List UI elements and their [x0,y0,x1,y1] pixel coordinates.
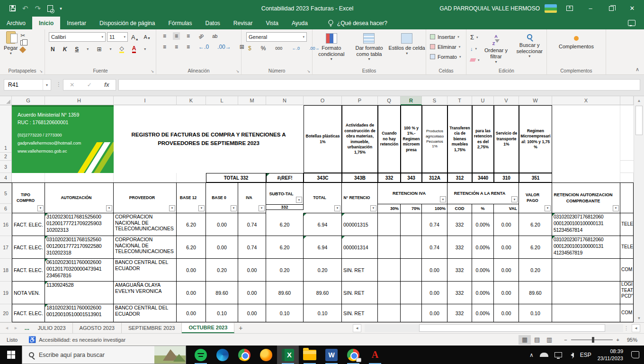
cell-num-retencion[interactable]: SIN. RET [342,282,378,304]
dialog-launcher-icon[interactable]: ↘ [39,69,43,73]
cell-base12[interactable]: 6.20 [177,213,206,236]
cell-val[interactable]: 0.00 [494,259,519,282]
cell-pct[interactable]: 0.00% [472,236,494,259]
cell-ret-autorizacion[interactable] [552,259,620,282]
header-30[interactable]: 30% [378,204,401,213]
cell-pct[interactable]: 0.00% [472,304,494,322]
cell-x4[interactable] [552,173,620,182]
cell-i4[interactable] [114,173,177,182]
save-icon[interactable] [9,5,16,11]
filter-icon[interactable]: ▼ [511,196,518,202]
cell-h4[interactable] [45,173,114,182]
cell-iva[interactable]: 0.74 [238,213,266,236]
horizontal-scrollbar[interactable] [365,324,623,332]
col-header-o[interactable]: O [304,96,342,105]
cat-header-construccion[interactable]: Actividades de construcción de obra mate… [342,105,378,173]
col-header-p[interactable]: P [342,96,378,105]
redo-icon[interactable]: ↷ [35,4,41,13]
header-pct[interactable]: % [472,204,494,213]
cell-total[interactable]: 0.20 [304,259,342,282]
cell-autorizacion[interactable]: 1130924528 [45,282,114,304]
format-painter-icon[interactable] [19,46,26,53]
cell-cod[interactable]: 332 [447,236,472,259]
filter-icon[interactable]: ▼ [296,197,302,203]
undo-icon[interactable]: ↶ [22,4,28,13]
dialog-launcher-icon[interactable]: ↘ [307,69,310,73]
fill-color-icon[interactable]: ◇ [117,45,125,53]
dialog-launcher-icon[interactable]: ↘ [151,69,154,73]
cell-s4[interactable]: 312A [422,173,447,182]
cell-val[interactable]: 0.00 [494,213,519,236]
align-right-icon[interactable]: ≡ [185,44,192,50]
cell-autorizacion[interactable]: 03102023011768152560 0012001777217092258… [45,236,114,259]
cell-tipo[interactable]: NOTA VEN. [12,282,45,304]
row-header-19[interactable]: 19 [0,282,12,304]
taskbar-search-input[interactable]: Escribe aquí para buscar [22,346,186,364]
prev-sheet-icon[interactable]: ◄ [5,326,9,330]
cell-pct[interactable]: 0.00% [472,282,494,304]
col-header-g[interactable]: G [12,96,45,105]
cell-base0[interactable]: 0.00 [206,236,238,259]
cell-ret-autorizacion[interactable] [552,304,620,322]
sheet-tab-octubre-active[interactable]: OCTUBRE 2023 [182,323,234,333]
col-header-u[interactable]: U [472,96,494,105]
cell-val[interactable]: 0.00 [494,304,519,322]
cell-w4[interactable]: 351 [519,173,552,182]
taskbar-spotify[interactable] [190,346,212,364]
cell-subtotal[interactable]: 6.20 [266,236,304,259]
customize-qat-icon[interactable]: ▾ [60,6,62,11]
header-valor-pago[interactable]: VALOR PAGO▼ [519,183,552,213]
cell-70[interactable] [401,282,422,304]
cat-header-microempresa[interactable]: 100 % y 1%.- Regimen microempresa [401,105,422,173]
cell-partial[interactable]: TELEF [620,236,634,259]
cell-cod[interactable]: 332 [447,304,472,322]
cell-70[interactable] [401,304,422,322]
header-partial[interactable] [620,183,634,213]
scroll-down-icon[interactable]: ▼ [634,314,644,322]
percent-style-icon[interactable]: % [259,45,268,52]
cell-q4[interactable]: 332 [378,173,401,182]
taskbar-excel-active[interactable]: X [277,346,299,364]
col-header-t[interactable]: T [447,96,472,105]
hscroll-left-icon[interactable]: ◄ [353,324,361,332]
align-top-icon[interactable]: ≡ [161,33,168,39]
cell-subtotal[interactable]: 0.10 [266,304,304,322]
new-sheet-icon[interactable]: + [234,323,247,333]
cell-100[interactable]: 0.74 [422,213,447,236]
horizontal-scroll-thumb[interactable] [419,324,605,332]
taskbar-word[interactable]: W [321,346,342,364]
cat-header-sin-retencion[interactable]: Cuando no hay retención [378,105,401,173]
cell-proveedor[interactable]: CORPORACION NACIONAL DE TELECOMUNICACION… [114,236,177,259]
cat-header-regimen-micro[interactable]: Regimen Microempresarial: 100% y 1,75 % [519,105,552,173]
accounting-format-icon[interactable]: $ [246,45,253,52]
filter-icon[interactable]: ▼ [259,205,265,211]
shrink-font-icon[interactable]: A▼ [142,34,152,40]
row-header-16[interactable]: 16 [0,213,12,236]
italic-icon[interactable]: K [61,46,69,53]
addins-button[interactable]: Complementos [559,36,594,50]
ribbon-display-options-icon[interactable] [562,1,578,16]
cell-num-retencion[interactable]: 000001314 [342,236,378,259]
cell-base12[interactable]: 0.00 [177,282,206,304]
minimize-button[interactable]: – [582,1,599,16]
vertical-scrollbar[interactable]: ▲ ▼ [634,96,644,322]
select-all-corner[interactable] [0,96,12,105]
speaker-icon[interactable] [568,353,574,357]
filter-icon[interactable]: ▼ [545,205,551,211]
cell-pct[interactable]: 0.00% [472,259,494,282]
tab-vista[interactable]: Vista [259,17,285,29]
onedrive-icon[interactable] [540,353,548,357]
cell-iva[interactable]: 0.74 [238,236,266,259]
cell-iva[interactable]: 0.00 [238,259,266,282]
cell-proveedor[interactable]: BANCO CENTRAL DEL ECUADOR [114,304,177,322]
cell-x1[interactable] [552,105,620,173]
row-header-17[interactable]: 17 [0,236,12,259]
header-num-retencion[interactable]: N° RETENCIO▼ [342,183,378,213]
filter-icon[interactable]: ▼ [440,196,446,202]
cell-y4[interactable] [620,173,634,182]
col-header-x[interactable]: X [552,96,620,105]
increase-decimal-icon[interactable]: ←.0 [290,46,302,51]
col-header-m[interactable]: M [238,96,266,105]
col-header-w[interactable]: W [519,96,552,105]
cell-subtotal[interactable]: 6.20 [266,213,304,236]
